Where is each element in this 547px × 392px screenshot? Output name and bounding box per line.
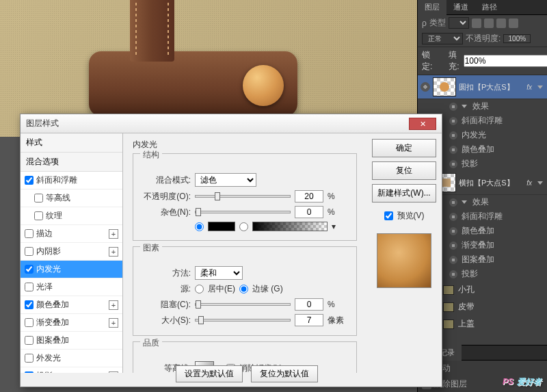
structure-legend: 结构 (140, 149, 162, 161)
filter-icon[interactable] (472, 18, 481, 28)
fx-badge[interactable]: fx (524, 179, 535, 187)
filter-icon[interactable] (484, 18, 494, 28)
noise-slider[interactable] (195, 211, 291, 213)
preview-check[interactable] (384, 211, 393, 220)
color-swatch[interactable] (208, 222, 235, 231)
style-check[interactable] (25, 176, 34, 185)
technique-label: 方法: (140, 267, 191, 279)
filter-kind-label: 类型 (429, 17, 446, 29)
layer-style-dialog: 图层样式 ✕ 样式 混合选项 斜面和浮雕等高线纹理描边+内阴影+内发光光泽颜色叠… (20, 114, 442, 387)
style-check[interactable] (25, 336, 34, 345)
filter-icon[interactable] (509, 18, 518, 28)
style-check[interactable] (25, 247, 34, 256)
reset-default-button[interactable]: 复位为默认值 (251, 365, 318, 382)
watermark: PS 爱好者 (503, 374, 542, 388)
style-settings: 内发光 结构 混合模式:滤色 不透明度(O):% 杂色(N):% ▾ 图素 方法… (123, 133, 366, 373)
fx-badge[interactable]: fx (524, 83, 535, 91)
style-check[interactable] (25, 300, 34, 309)
style-check[interactable] (34, 194, 43, 202)
blend-mode[interactable]: 正常 (422, 33, 463, 44)
style-check[interactable] (25, 265, 34, 274)
add-instance-icon[interactable]: + (109, 247, 118, 257)
style-option[interactable]: 内发光 (21, 261, 122, 278)
style-check[interactable] (25, 283, 34, 291)
style-option[interactable]: 投影+ (21, 367, 122, 373)
opacity-slider[interactable] (195, 195, 291, 198)
opacity-label: 不透明度(O): (140, 191, 191, 202)
style-check[interactable] (25, 371, 34, 373)
filter-kind[interactable] (449, 17, 469, 29)
dialog-title: 图层样式 (26, 118, 409, 129)
style-preview (377, 233, 431, 288)
cancel-button[interactable]: 复位 (372, 161, 436, 180)
opacity-label: 不透明度: (466, 33, 501, 44)
gold-knob (243, 65, 284, 106)
style-option[interactable]: 渐变叠加+ (21, 314, 122, 332)
tab-channels[interactable]: 通道 (446, 0, 475, 15)
style-check[interactable] (25, 229, 34, 238)
size-slider[interactable] (195, 319, 291, 322)
panel-tabs: 图层 通道 路径 (418, 0, 547, 15)
blend-mode-select[interactable]: 滤色 (195, 173, 256, 187)
visibility-icon[interactable] (421, 82, 430, 92)
color-radio[interactable] (195, 222, 204, 231)
technique-select[interactable]: 柔和 (195, 266, 243, 280)
layer-thumb (433, 77, 456, 96)
folder-icon (443, 285, 454, 295)
size-input[interactable] (295, 314, 323, 326)
choke-input[interactable] (295, 298, 323, 311)
add-instance-icon[interactable]: + (109, 371, 118, 374)
blending-options[interactable]: 混合选项 (21, 153, 122, 172)
source-center-radio[interactable] (195, 285, 204, 293)
add-instance-icon[interactable]: + (109, 300, 118, 310)
style-option[interactable]: 图案叠加 (21, 332, 122, 350)
folder-icon (443, 319, 454, 329)
dialog-right: 确定 复位 新建样式(W)... 预览(V) (366, 133, 442, 373)
style-option[interactable]: 颜色叠加+ (21, 296, 122, 314)
filter-icon[interactable] (496, 18, 506, 28)
quality-legend: 品质 (140, 337, 162, 349)
add-instance-icon[interactable]: + (109, 318, 118, 328)
gradient-radio[interactable] (239, 222, 248, 231)
tab-layers[interactable]: 图层 (418, 0, 446, 15)
gradient-swatch[interactable] (252, 222, 328, 231)
noise-input[interactable] (295, 206, 323, 218)
style-option[interactable]: 描边+ (21, 225, 122, 243)
source-edge-radio[interactable] (239, 285, 248, 293)
ok-button[interactable]: 确定 (372, 139, 436, 157)
section-title: 内发光 (133, 139, 357, 151)
leather-strap (130, 0, 174, 62)
effect-item[interactable]: 效果 (418, 99, 547, 114)
layer-name: 圆扣【P大点S】 (459, 82, 521, 92)
fill-label: 填充: (449, 49, 459, 73)
add-instance-icon[interactable]: + (109, 229, 118, 239)
style-option[interactable]: 光泽 (21, 278, 122, 296)
new-style-button[interactable]: 新建样式(W)... (372, 184, 436, 202)
style-check[interactable] (34, 211, 43, 220)
choke-label: 阻塞(C): (140, 299, 191, 311)
elements-legend: 图素 (140, 242, 162, 254)
styles-header[interactable]: 样式 (21, 133, 122, 153)
style-option[interactable]: 外发光 (21, 350, 122, 367)
choke-slider[interactable] (195, 303, 291, 306)
style-option[interactable]: 等高线 (21, 190, 122, 207)
layer-item[interactable]: 圆扣【P大点S】 fx (418, 75, 547, 99)
style-sidebar: 样式 混合选项 斜面和浮雕等高线纹理描边+内阴影+内发光光泽颜色叠加+渐变叠加+… (21, 133, 123, 373)
opacity-value[interactable] (503, 34, 531, 43)
close-icon[interactable]: ✕ (409, 118, 436, 130)
fill-value[interactable] (464, 55, 547, 67)
tab-paths[interactable]: 路径 (475, 0, 504, 15)
style-option[interactable]: 斜面和浮雕 (21, 172, 122, 190)
folder-icon (443, 302, 454, 312)
opacity-input[interactable] (295, 190, 323, 202)
style-option[interactable]: 纹理 (21, 207, 122, 225)
style-option[interactable]: 内阴影+ (21, 243, 122, 261)
style-check[interactable] (25, 354, 34, 363)
make-default-button[interactable]: 设置为默认值 (176, 365, 243, 382)
lock-label: 锁定: (422, 49, 432, 73)
layer-name: 横扣【P大点S】 (459, 178, 521, 188)
style-check[interactable] (25, 318, 34, 327)
source-label: 源: (140, 283, 191, 295)
noise-label: 杂色(N): (140, 207, 191, 218)
dialog-titlebar[interactable]: 图层样式 ✕ (21, 114, 442, 133)
